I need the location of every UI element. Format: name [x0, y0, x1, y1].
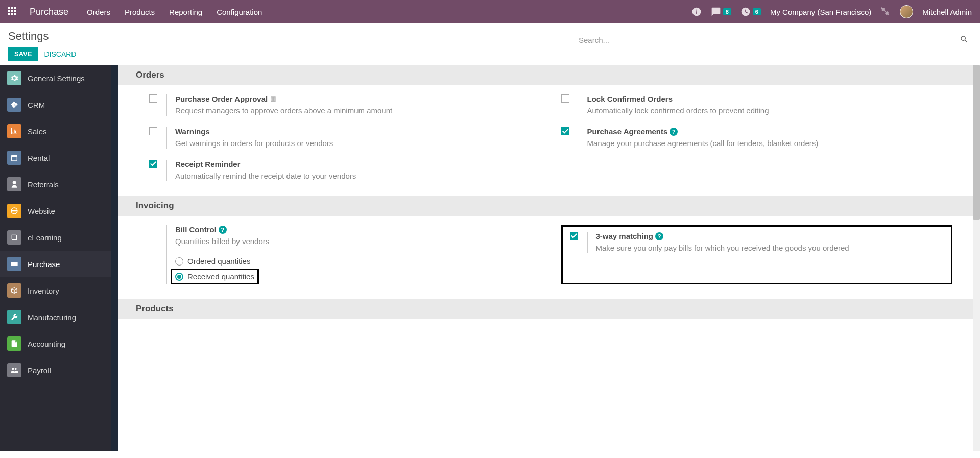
sidebar-item-label: Sales: [28, 127, 47, 136]
menu-products[interactable]: Products: [125, 8, 155, 16]
settings-main: Orders Purchase Order Approval Request m…: [118, 65, 980, 451]
debug-icon[interactable]: [880, 7, 891, 17]
messages-button[interactable]: 8: [711, 7, 731, 17]
book-icon: [7, 230, 21, 245]
doc-icon: [7, 336, 21, 351]
people-icon: [7, 363, 21, 377]
activities-button[interactable]: 6: [740, 7, 761, 17]
sidebar-item-manufacturing[interactable]: Manufacturing: [0, 304, 111, 330]
radio-received-quantities-highlight: Received quantities: [171, 269, 259, 284]
sidebar-item-rental[interactable]: Rental: [0, 144, 111, 171]
radio-icon: [175, 273, 183, 281]
search-button[interactable]: [957, 35, 972, 45]
save-button[interactable]: SAVE: [8, 47, 38, 61]
setting-desc: Automatically remind the receipt date to…: [175, 171, 356, 181]
sidebar-item-label: Accounting: [28, 340, 65, 348]
user-avatar[interactable]: [900, 5, 913, 18]
main-menu: Orders Products Reporting Configuration: [87, 8, 262, 16]
chat-icon: [711, 7, 721, 17]
setting-desc: Make sure you only pay bills for which y…: [596, 243, 849, 253]
help-icon[interactable]: ?: [655, 232, 663, 240]
sidebar-item-payroll[interactable]: Payroll: [0, 357, 111, 383]
setting-receipt-reminder: Receipt Reminder Automatically remind th…: [149, 160, 541, 181]
box-icon: [7, 283, 21, 298]
discard-button[interactable]: DISCARD: [44, 50, 76, 58]
setting-title: 3-way matching: [596, 232, 654, 240]
setting-purchase-agreements: Purchase Agreements? Manage your purchas…: [561, 127, 953, 149]
search-icon: [960, 35, 969, 44]
setting-title: Purchase Agreements: [587, 127, 668, 136]
sidebar-item-purchase[interactable]: Purchase: [0, 251, 111, 277]
sidebar-item-label: Manufacturing: [28, 313, 76, 322]
section-header-invoicing: Invoicing: [118, 196, 973, 216]
radio-received-quantities[interactable]: Received quantities: [175, 271, 254, 282]
sidebar-item-elearning[interactable]: eLearning: [0, 224, 111, 251]
menu-configuration[interactable]: Configuration: [217, 8, 262, 16]
setting-desc: Quantities billed by vendors: [175, 236, 269, 247]
handshake-icon: [7, 98, 21, 112]
sidebar-item-general-settings[interactable]: General Settings: [0, 65, 111, 91]
setting-desc: Automatically lock confirmed orders to p…: [587, 105, 769, 116]
help-icon[interactable]: ?: [219, 226, 227, 234]
sidebar-item-accounting[interactable]: Accounting: [0, 330, 111, 357]
gear-icon: [7, 71, 21, 85]
setting-3way-matching-highlight: 3-way matching? Make sure you only pay b…: [561, 225, 953, 284]
setting-bill-control: Bill Control? Quantities billed by vendo…: [149, 225, 541, 284]
building-icon: [270, 95, 277, 103]
setting-title: Purchase Order Approval: [175, 94, 268, 103]
checkbox-agreements[interactable]: [561, 127, 569, 135]
messages-badge: 8: [723, 8, 731, 15]
search-input[interactable]: [579, 34, 957, 46]
activities-badge: 6: [753, 8, 761, 15]
calendar-icon: [7, 151, 21, 165]
top-navbar: Purchase Orders Products Reporting Confi…: [0, 0, 980, 23]
menu-reporting[interactable]: Reporting: [169, 8, 202, 16]
setting-title: Warnings: [175, 127, 333, 136]
apps-menu-icon[interactable]: [8, 7, 17, 16]
checkbox-3way-matching[interactable]: [570, 232, 578, 240]
setting-desc: Manage your purchase agreements (call fo…: [587, 138, 819, 149]
user-name[interactable]: Mitchell Admin: [922, 8, 972, 16]
clock-icon: [740, 7, 751, 17]
setting-title: Lock Confirmed Orders: [587, 94, 769, 103]
card-icon: [7, 257, 21, 271]
sidebar-item-label: eLearning: [28, 233, 62, 242]
person-icon: [7, 177, 21, 191]
control-panel: Settings SAVE DISCARD: [0, 23, 980, 65]
settings-sidebar: General SettingsCRMSalesRentalReferralsW…: [0, 65, 111, 451]
sidebar-item-label: General Settings: [28, 74, 85, 83]
checkbox-lock-confirmed[interactable]: [561, 94, 569, 103]
menu-orders[interactable]: Orders: [87, 8, 110, 16]
sidebar-item-label: Referrals: [28, 180, 59, 189]
section-header-products: Products: [118, 299, 973, 319]
main-scrollbar[interactable]: [973, 65, 980, 451]
setting-desc: Request managers to approve orders above…: [175, 105, 392, 116]
sidebar-item-referrals[interactable]: Referrals: [0, 171, 111, 198]
sidebar-item-label: CRM: [28, 101, 45, 109]
sidebar-item-crm[interactable]: CRM: [0, 91, 111, 118]
setting-3way-matching: 3-way matching? Make sure you only pay b…: [570, 232, 944, 253]
radio-label: Ordered quantities: [187, 257, 250, 266]
checkbox-po-approval[interactable]: [149, 94, 157, 103]
help-icon[interactable]: ?: [670, 128, 678, 136]
app-brand[interactable]: Purchase: [30, 7, 68, 17]
section-header-orders: Orders: [118, 65, 973, 85]
support-icon[interactable]: [691, 7, 702, 17]
setting-lock-confirmed: Lock Confirmed Orders Automatically lock…: [561, 94, 953, 116]
sidebar-item-inventory[interactable]: Inventory: [0, 277, 111, 304]
setting-title: Bill Control: [175, 225, 217, 234]
sidebar-item-label: Inventory: [28, 286, 59, 295]
radio-ordered-quantities[interactable]: Ordered quantities: [175, 255, 269, 268]
sidebar-item-label: Purchase: [28, 260, 60, 269]
radio-label: Received quantities: [187, 272, 254, 281]
sidebar-item-label: Website: [28, 207, 55, 215]
setting-title: Receipt Reminder: [175, 160, 356, 168]
sidebar-item-website[interactable]: Website: [0, 198, 111, 224]
company-selector[interactable]: My Company (San Francisco): [770, 8, 871, 16]
sidebar-item-sales[interactable]: Sales: [0, 118, 111, 144]
checkbox-warnings[interactable]: [149, 127, 157, 135]
sidebar-item-label: Rental: [28, 154, 50, 162]
chart-icon: [7, 124, 21, 138]
sidebar-item-label: Payroll: [28, 366, 51, 375]
checkbox-receipt-reminder[interactable]: [149, 160, 157, 168]
